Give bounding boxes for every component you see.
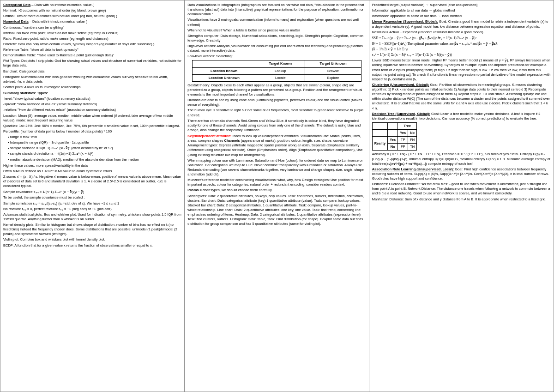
lookup-target-unknown: Target Unknown (305, 60, 361, 67)
plot-types-text: Plot Types: Dot plots / strip plots: God… (3, 59, 181, 68)
confusion-reality-no: No (388, 144, 398, 151)
mad-text: • median absolute deviation (MAD): media… (3, 157, 181, 162)
confusion-yes: Yes (398, 130, 408, 137)
linear-regression-text: Linear Regression (Supervised, Global): … (372, 19, 551, 29)
sample-covariance-label: Sample covariance sₓᵧ = 1/(n−1) Σᵢ₌₁ⁿ (x… (3, 190, 181, 194)
clustering-text: Clustering (Unsupervised, Global): Goal:… (372, 83, 551, 111)
data-vis-section: Data visualizations != infographics (inf… (187, 3, 366, 59)
higher-values-section: Higher these values, more spread/variabi… (3, 163, 181, 189)
covariance-scaled-text: To be useful, the sample covariance must… (3, 195, 181, 200)
range-text: • range = max−min (3, 135, 181, 139)
lookup-explore: Explore (305, 74, 361, 81)
lookup-cell-empty (192, 60, 256, 67)
column-1: Categorical Data – Data with no intrinsi… (0, 0, 185, 392)
r2-formula: R² = 1 − SSD/((n−1)σ̂²ᵧ) The optimal par… (372, 42, 551, 46)
categorical-data-title: Categorical Data (3, 3, 30, 7)
data-vis-intro: Data visualizations != infographics (inf… (187, 3, 366, 17)
confusion-reality-label: Reality (372, 137, 388, 151)
sample-covariance-section: Sample covariance sₓᵧ = 1/(n−1) Σᵢ₌₁ⁿ (x… (3, 190, 181, 247)
higher-values-text: Higher these values, more spread/variabi… (3, 163, 181, 168)
column-3: Predefined target (output variable) → su… (369, 0, 554, 392)
strengths-text: Strength's computer: Data storage, Numer… (187, 34, 366, 43)
key-independent-text: Key/Independent attribute: Index to look… (187, 134, 366, 157)
munzner-text: Munzner's reference model for constructi… (187, 178, 366, 187)
summary-stats-section: Summary statistics: Types: -level: "show… (3, 91, 181, 162)
vis-goals-text: Visualisations have 2 main goals: commun… (187, 18, 366, 27)
confusion-matrix-table: Tree Yes No Reality Yes TP FN No FP (372, 122, 417, 151)
accuracy-section: Accuracy = (TP + TN) / (TP + TN + FP + F… (372, 152, 551, 201)
lookup-browse: Browse (305, 67, 361, 74)
kernel-density-text: Kernel density plots: Similar to histogr… (3, 223, 181, 236)
sample-correlation-label: Sample correlation rₓᵧ = sₓᵧ/(sₓ·sᵧ) (sₓ… (3, 201, 181, 206)
manhattan-text: Manhattan Distance: Sum of x distance an… (372, 197, 551, 202)
humans-see-text: Humans are able to see by using cone cel… (187, 98, 366, 107)
key-independent-section: Key/Independent attribute: Index to look… (187, 134, 366, 226)
residual-text: Residual = Actual − Expected (Random res… (372, 30, 551, 35)
lower-ssd-text: Lower SSD means better linear model, hig… (372, 58, 551, 82)
when-not-text: When not to visualize? When a table is b… (187, 28, 366, 33)
demonstration-table-text: Demonstration Table: "Table used to illu… (3, 53, 181, 58)
relation-text: -relation: "How do different values rela… (3, 108, 181, 112)
confusion-fn: FN (408, 137, 417, 144)
numerical-data-title: Numerical Data (3, 19, 29, 24)
location-text: Location: Mean (x̄): average value, medi… (3, 114, 181, 123)
decision-tree-title: Decision Tree (Supervised, Global): (372, 112, 430, 116)
advanced-plots-text: Advances statistical plots: Box and whis… (3, 212, 181, 222)
confusion-tree-label: Tree (398, 122, 417, 129)
sample-variance-text: • sample variance = 1/(n−1) Σᵢ₌₁ⁿ (xᵢ - … (3, 146, 181, 151)
confusion-fp: FP (398, 144, 408, 151)
ssd-formula: SSD = Σᵢ₌₁ⁿ (yᵢ − ŷ)² = Σᵢ₌₁ⁿ (yᵢ − (β̂₀… (372, 36, 551, 41)
gestalt-section: Gestalt theory: Objects close to each ot… (187, 83, 366, 133)
key-independent-label: Key/Independent attribute: (187, 134, 231, 138)
high-level-text: High-level actions: Analysis, visualizat… (187, 44, 366, 53)
zscore-text: Z-score: x' = (x - x̄) / s, Negative x' … (3, 175, 181, 188)
bar-chart-text: Bar chart: Categorical data (3, 69, 181, 74)
nominal-text: Nominal: >2 outcomes with no natural ord… (3, 8, 181, 13)
association-rule-text: Association Rule Learning (Unsupervised,… (372, 167, 551, 181)
categorical-data-text: – Data with no intrinsic numerical value… (30, 3, 94, 7)
linear-regression-title: Linear Regression (Supervised, Global): (372, 19, 438, 24)
iqr-text: • Interquartile range (IQR) = 3rd quarti… (3, 140, 181, 145)
beta-formula: (x̄ − 1/n Σᵢ xᵢ ȳ = 1/n Σᵢ yᵢ (372, 47, 551, 52)
human-eye-text: The human eye is sensitive to light but … (187, 108, 366, 117)
lower-ssd-section: Lower SSD means better linear model, hig… (372, 58, 551, 121)
predefined-target-text: Predefined target (output variable) → su… (372, 3, 551, 7)
violin-plot-text: Violin plot: Combine box and whiskers pl… (3, 237, 181, 242)
confusion-no: No (408, 130, 417, 137)
accuracy-text: Accuracy = (TP + TN) / (TP + TN + FP + F… (372, 152, 551, 166)
idioms-text: Idioms = chart types, we should choose t… (187, 188, 366, 193)
lookup-target-known: Target Known (256, 60, 305, 67)
lookup-lookup: Lookup (256, 67, 305, 74)
predefined-target-section: Predefined target (output variable) → su… (372, 3, 551, 35)
no-relation-text: No relation: rₓᵧ ≈ 0, perfect relation: … (3, 207, 181, 211)
lookup-table-section: Target Known Target Unknown Location Kno… (187, 60, 366, 81)
scatterplots-text: Scatterplots: Data: 2 quantitative attri… (187, 194, 366, 227)
confusion-reality-yes: Yes (388, 137, 398, 144)
lookup-location-unknown: Location Unknown (192, 74, 256, 81)
confusion-tp: TP (398, 137, 408, 144)
gestalt-text: Gestalt theory: Objects close to each ot… (187, 83, 366, 97)
level-text: -level: "show typical values" (location … (3, 96, 181, 101)
ratio-text: Ratio: Fixed zero point, ratio's make se… (3, 36, 181, 41)
low-level-text: Low-level actions: Searching: (187, 54, 366, 59)
confusion-empty2 (388, 122, 398, 129)
summary-stats-title: Summary statistics: Types: (3, 91, 181, 96)
association-rule-title: Association Rule Learning (Unsupervised,… (372, 167, 454, 171)
clustering-title: Clustering (Unsupervised, Global): (372, 83, 429, 87)
main-page: Categorical Data – Data with no intrinsi… (0, 0, 554, 392)
decision-tree-text: Decision Tree (Supervised, Global): Goal… (372, 112, 551, 121)
lookup-locate: Locate (256, 74, 305, 81)
lookup-location-known: Location Known (192, 67, 256, 74)
categorical-data-section: Categorical Data – Data with no intrinsi… (3, 3, 181, 90)
mad-defined-text: Often MAD is defined as 1.4826* MAD valu… (3, 169, 181, 174)
confusion-matrix-section: Tree Yes No Reality Yes TP FN No FP (372, 122, 551, 151)
confusion-tn: TN (408, 144, 417, 151)
confusion-empty1 (372, 122, 388, 129)
sample-std-text: • sample standard deviation a = √(1/(n−1… (3, 151, 181, 156)
chromatic-text: There are two chromatic channels Red-Gre… (187, 119, 366, 133)
distances-text: Distances: Euclidean Distance: "As the c… (372, 182, 551, 196)
column-2: Data visualizations != infographics (inf… (185, 0, 369, 392)
quartiles-text: Quartiles: 1st: 25%, 2nd: 50% = median, … (3, 124, 181, 128)
ecdf-text: ECDF: A function that for a given value … (3, 243, 181, 248)
discrete-text: Discrete: Data can only attain certain v… (3, 42, 181, 47)
